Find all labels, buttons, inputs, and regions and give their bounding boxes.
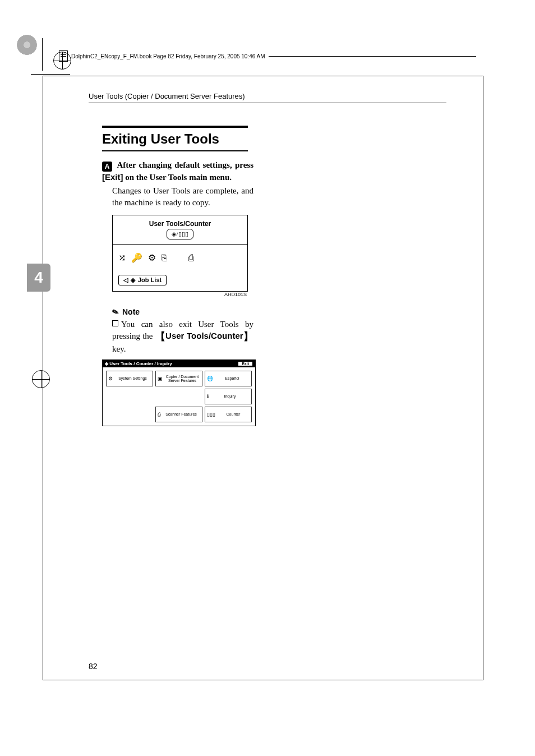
soft-counter-label: Counter: [217, 412, 250, 416]
soft-language[interactable]: 🌐 Español: [205, 371, 252, 386]
book-header: DolphinC2_ENcopy_F_FM.book Page 82 Frida…: [59, 50, 476, 62]
soft-system-label: System Settings: [114, 376, 151, 380]
soft-copier-label: Copier / Document Server Features: [164, 375, 200, 382]
key-icon: 🔑: [131, 253, 148, 262]
job-list-label: Job List: [138, 276, 162, 283]
chapter-number: 4: [34, 269, 43, 287]
page-number: 82: [89, 662, 98, 671]
bullet-icon: [112, 320, 118, 326]
book-icon: [59, 50, 68, 62]
counter-icon: ▯▯▯: [207, 412, 215, 417]
note-heading: ✎ Note: [112, 307, 253, 316]
data-in-icon: ⤮: [118, 253, 131, 262]
gear-icon: ⚙: [108, 376, 113, 381]
chapter-tab: 4: [27, 264, 50, 292]
service-icon: ⚙: [148, 253, 162, 262]
paragraph-1: Changes to User Tools are complete, and …: [112, 185, 253, 208]
section-title: Exiting User Tools: [102, 126, 248, 151]
device-panel-illustration: User Tools/Counter ◈/▯▯▯ ⤮🔑⚙⎘ ⎙ ◁ ◈ Job …: [112, 215, 248, 292]
lcd-title: User Tools/Counter: [116, 220, 244, 228]
soft-copier-features[interactable]: ▣ Copier / Document Server Features: [155, 371, 202, 386]
output-icon: ⎙: [188, 253, 200, 262]
soft-scanner-label: Scanner Features: [162, 412, 200, 416]
note-text: You can also exit User Tools by pressing…: [112, 319, 253, 355]
user-tools-counter-key: User Tools/Counter: [165, 331, 243, 340]
soft-exit-button[interactable]: Exit: [238, 361, 253, 366]
software-screenshot: ◈ User Tools / Counter / Inquiry Exit ⚙ …: [102, 359, 256, 426]
lcd-icon: ◈/▯▯▯: [167, 229, 193, 239]
soft-system-settings[interactable]: ⚙ System Settings: [106, 371, 153, 386]
running-header-text: User Tools (Copier / Document Server Fea…: [89, 92, 446, 103]
soft-title: User Tools / Counter / Inquiry: [109, 361, 172, 366]
job-list-button: ◁ ◈ Job List: [118, 275, 167, 285]
indicator-icons-row: ⤮🔑⚙⎘ ⎙: [113, 245, 247, 271]
note-label: Note: [122, 307, 140, 316]
step-text-after: on the User Tools main menu.: [123, 173, 232, 182]
step-1: A After changing default settings, press…: [102, 159, 253, 183]
info-icon: ℹ: [207, 394, 209, 399]
paper-icon: ⎘: [162, 253, 173, 262]
soft-lang-label: Español: [215, 376, 250, 380]
globe-icon: 🌐: [207, 376, 213, 381]
step-text-before: After changing default settings, press: [117, 160, 253, 169]
diamond-icon: ◈: [131, 276, 135, 284]
pencil-icon: ✎: [111, 306, 121, 317]
note-text-after: key.: [112, 344, 126, 353]
soft-inquiry[interactable]: ℹ Inquiry: [205, 389, 252, 404]
soft-inquiry-label: Inquiry: [210, 394, 250, 398]
copier-icon: ▣: [158, 376, 163, 381]
step-badge: A: [102, 162, 112, 172]
soft-counter[interactable]: ▯▯▯ Counter: [205, 407, 252, 422]
soft-scanner-features[interactable]: ⎙ Scanner Features: [155, 407, 202, 422]
exit-key-label: [Exit]: [102, 172, 123, 182]
content-column: Exiting User Tools A After changing defa…: [102, 120, 253, 426]
running-header: User Tools (Copier / Document Server Fea…: [89, 92, 446, 103]
diamond-icon: ◈: [105, 361, 109, 366]
book-info-text: DolphinC2_ENcopy_F_FM.book Page 82 Frida…: [71, 53, 265, 59]
scanner-icon: ⎙: [158, 412, 160, 417]
left-arrow-icon: ◁: [123, 276, 128, 284]
figure-caption-1: AHD101S: [112, 292, 247, 297]
